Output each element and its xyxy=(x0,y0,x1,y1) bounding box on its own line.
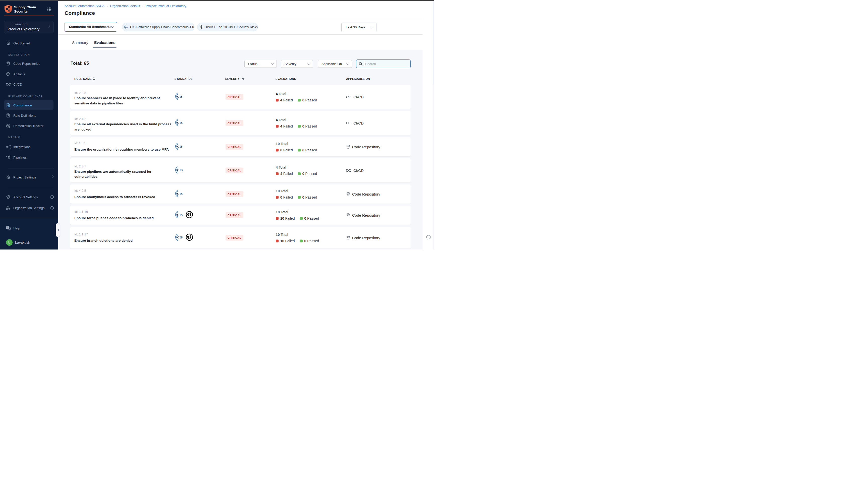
svg-text:CIS: CIS xyxy=(177,192,183,196)
svg-text:CIS: CIS xyxy=(177,235,183,239)
svg-text:CIS: CIS xyxy=(177,168,183,172)
svg-text:CIS: CIS xyxy=(177,145,183,148)
svg-text:CIS: CIS xyxy=(125,26,128,28)
svg-text:CIS: CIS xyxy=(177,213,183,217)
svg-text:?: ? xyxy=(7,227,9,229)
svg-text:CIS: CIS xyxy=(177,121,183,124)
svg-text:CIS: CIS xyxy=(177,95,183,98)
